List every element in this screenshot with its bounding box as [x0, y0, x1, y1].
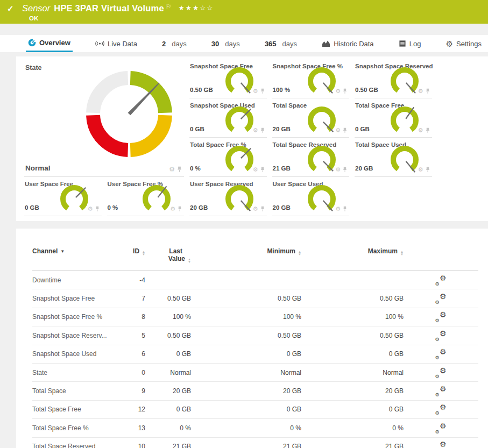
- live-data-icon: [95, 40, 104, 47]
- gear-icon[interactable]: ⚙: [253, 88, 258, 94]
- channel-settings-button[interactable]: ⚙ ⚙: [436, 349, 447, 359]
- cell-maximum: 100 %: [301, 313, 404, 321]
- gear-icon[interactable]: ⚙: [418, 127, 423, 133]
- priority-stars[interactable]: ★★★☆☆: [179, 4, 214, 12]
- cell-channel: Total Space Free: [32, 406, 118, 413]
- sort-icon: ▲▼: [188, 258, 191, 264]
- pin-icon[interactable]: [260, 127, 265, 133]
- column-header-id[interactable]: ID▲▼: [118, 239, 145, 256]
- gauge-arc: [307, 66, 337, 97]
- channel-settings-button[interactable]: ⚙ ⚙: [436, 294, 447, 303]
- tab-label: Log: [409, 40, 421, 48]
- gauge-tile: Snapshot Space Used 0 GB ⚙: [189, 98, 272, 138]
- pin-icon[interactable]: [343, 127, 347, 133]
- gauge-value: 100 %: [273, 87, 291, 93]
- pin-icon[interactable]: [260, 88, 265, 94]
- gear-icon[interactable]: ⚙: [169, 166, 175, 173]
- pin-icon[interactable]: [426, 88, 430, 94]
- channel-settings-button[interactable]: ⚙ ⚙: [436, 404, 447, 414]
- gauge-arc: [224, 66, 254, 97]
- tab-overview[interactable]: Overview: [26, 35, 73, 52]
- cell-last-value: 0 GB: [145, 350, 191, 358]
- channel-settings-button[interactable]: ⚙ ⚙: [436, 331, 447, 340]
- gear-icon[interactable]: ⚙: [335, 88, 341, 94]
- cell-id: 5: [118, 332, 145, 339]
- gauge-value: 0 %: [190, 165, 201, 172]
- table-row: State 0 Normal Normal Normal ⚙ ⚙: [32, 364, 478, 382]
- channel-settings-button[interactable]: ⚙ ⚙: [436, 386, 447, 396]
- gauge-tile: User Space Reserved 20 GB ⚙: [189, 177, 272, 216]
- column-label: Maximum: [368, 247, 398, 255]
- tab-2-days[interactable]: 2 days: [160, 35, 189, 52]
- pin-icon[interactable]: [260, 206, 265, 212]
- gear-icon[interactable]: ⚙: [88, 206, 93, 212]
- object-kind-label: Sensor: [22, 3, 50, 13]
- gear-icon: ⚙: [440, 330, 447, 337]
- gear-icon[interactable]: ⚙: [170, 206, 175, 212]
- channel-settings-button[interactable]: ⚙ ⚙: [436, 275, 447, 285]
- tab-log[interactable]: Log: [397, 35, 423, 52]
- channel-settings-button[interactable]: ⚙ ⚙: [436, 312, 447, 322]
- pin-icon[interactable]: [95, 206, 100, 212]
- tab-label-unit: days: [282, 40, 297, 48]
- pin-icon[interactable]: [343, 167, 347, 173]
- gear-icon[interactable]: ⚙: [253, 127, 258, 133]
- table-row: Total Space 9 20 GB 20 GB 20 GB ⚙ ⚙: [32, 382, 478, 400]
- gear-small-icon: ⚙: [435, 430, 440, 435]
- column-header-maximum[interactable]: Maximum▲▼: [301, 239, 404, 256]
- pin-icon[interactable]: [343, 88, 347, 94]
- gear-icon[interactable]: ⚙: [335, 167, 341, 173]
- gauge-value: 0 GB: [355, 126, 370, 132]
- gauge-tile: Total Space Reserved 21 GB ⚙: [272, 138, 355, 177]
- tab-label: Live Data: [108, 40, 137, 48]
- pin-icon[interactable]: [178, 206, 182, 212]
- cell-last-value: 0.50 GB: [145, 295, 191, 302]
- column-header-last-value[interactable]: Last Value▲▼: [145, 239, 191, 264]
- cell-channel: Snapshot Space Used: [32, 350, 118, 358]
- state-gauge: [86, 71, 172, 157]
- channel-settings-button[interactable]: ⚙ ⚙: [436, 423, 447, 433]
- cell-id: 10: [118, 443, 145, 448]
- pin-icon[interactable]: [260, 167, 265, 173]
- channel-settings-button[interactable]: ⚙ ⚙: [436, 442, 447, 448]
- priority-flag-icon[interactable]: ⚐: [166, 3, 172, 10]
- gauges-panel: State Normal ⚙: [16, 56, 488, 221]
- pin-icon[interactable]: [426, 167, 430, 173]
- sort-icon: ▲▼: [400, 251, 404, 256]
- pin-icon[interactable]: [343, 206, 347, 212]
- gauge-tile: Snapshot Space Free % 100 % ⚙: [272, 59, 355, 98]
- gauge-arc: [307, 105, 337, 136]
- cell-maximum: 0 %: [301, 424, 404, 432]
- column-header-minimum[interactable]: Minimum▲▼: [191, 239, 301, 256]
- gear-icon[interactable]: ⚙: [335, 206, 341, 212]
- tab-label: Overview: [39, 39, 70, 47]
- gear-icon[interactable]: ⚙: [418, 88, 423, 94]
- gear-icon: ⚙: [440, 440, 447, 448]
- tab-historic-data[interactable]: Historic Data: [320, 35, 376, 52]
- tab-live-data[interactable]: Live Data: [93, 35, 139, 52]
- gauge-value: 0 GB: [190, 126, 204, 132]
- tab-365-days[interactable]: 365 days: [263, 35, 299, 52]
- tab-settings[interactable]: ⚙ Settings: [444, 35, 484, 52]
- divider: [189, 216, 267, 216]
- pin-icon[interactable]: [426, 127, 430, 133]
- cell-maximum: 20 GB: [301, 387, 404, 395]
- gear-icon[interactable]: ⚙: [418, 167, 423, 173]
- cell-last-value: 0 GB: [145, 406, 191, 413]
- pin-icon[interactable]: [177, 166, 182, 173]
- gear-icon[interactable]: ⚙: [335, 127, 341, 133]
- table-row: Snapshot Space Free 7 0.50 GB 0.50 GB 0.…: [32, 289, 478, 308]
- gear-icon[interactable]: ⚙: [253, 206, 258, 212]
- gauge-tab-icon: [28, 39, 36, 47]
- channel-settings-button[interactable]: ⚙ ⚙: [436, 368, 447, 378]
- gear-icon: ⚙: [440, 293, 447, 300]
- gear-icon[interactable]: ⚙: [253, 167, 258, 173]
- column-label: Last: [145, 247, 182, 255]
- table-row: Total Space Free % 13 0 % 0 % 0 % ⚙ ⚙: [32, 419, 478, 437]
- gauge-arc: [59, 183, 89, 215]
- gauge-tile: User Space Free % 0 % ⚙: [107, 177, 190, 216]
- column-header-channel[interactable]: Channel▼: [32, 239, 118, 255]
- gear-icon: ⚙: [440, 422, 447, 430]
- tab-30-days[interactable]: 30 days: [209, 35, 242, 52]
- gear-icon: ⚙: [440, 311, 447, 318]
